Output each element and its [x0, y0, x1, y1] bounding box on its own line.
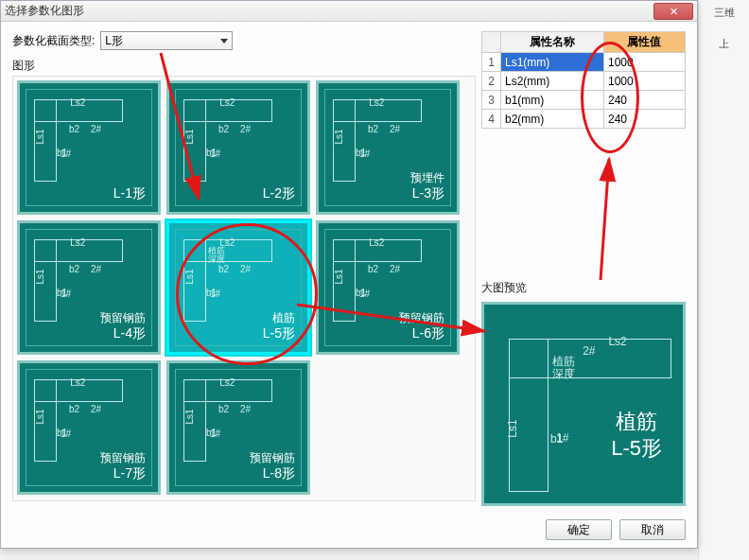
- tile-caption: 预留钢筋L-6形: [399, 311, 444, 342]
- close-button[interactable]: ✕: [653, 3, 693, 20]
- dim-label: Ls1: [334, 130, 344, 145]
- shape-tile[interactable]: Ls1Ls2b1b21#2#预留钢筋L-4形: [17, 220, 161, 355]
- background-ribbon: 三维 上: [698, 0, 749, 560]
- prop-name: Ls2(mm): [501, 72, 604, 91]
- dim-label: 1#: [61, 149, 71, 159]
- dim-label: 植筋 深度: [208, 247, 225, 264]
- dim-n1: 1#: [556, 431, 568, 445]
- dim-label: 2#: [91, 264, 101, 274]
- dim-label: Ls1: [35, 410, 45, 425]
- tile-caption: L-2形: [263, 185, 295, 202]
- dim-label: Ls2: [70, 237, 85, 248]
- dim-label: 1#: [210, 429, 220, 439]
- preview-panel: Ls1 Ls2 b1 2# 1# 植筋 深度 植筋 L-5形: [481, 302, 686, 506]
- dim-label: b2: [69, 404, 79, 414]
- dim-label: Ls2: [219, 237, 235, 248]
- prop-name: b2(mm): [501, 110, 604, 129]
- shape-tile[interactable]: Ls1Ls2b1b21#2#植筋 深度植筋L-5形: [166, 220, 310, 355]
- dialog-title: 选择参数化图形: [5, 3, 84, 19]
- prop-value[interactable]: 1000: [603, 53, 685, 72]
- table-row[interactable]: 2Ls2(mm)1000: [482, 72, 686, 91]
- dim-label: Ls1: [334, 270, 344, 285]
- dim-label: 1#: [210, 149, 220, 159]
- dim-label: b2: [218, 404, 229, 414]
- ok-button[interactable]: 确定: [546, 519, 612, 540]
- dim-label: Ls2: [70, 97, 85, 108]
- prop-value[interactable]: 1000: [603, 72, 685, 91]
- chevron-down-icon: [220, 39, 228, 44]
- dim-label: b2: [218, 264, 229, 274]
- tile-caption: 预留钢筋L-4形: [100, 311, 146, 342]
- dialog-window: 选择参数化图形 ✕ 参数化截面类型: L形 图形 Ls1Ls2b1b21#2#L…: [0, 0, 698, 549]
- tile-caption: L-1形: [113, 185, 146, 202]
- combo-value: L形: [105, 33, 123, 49]
- tile-caption: 预埋件L-3形: [410, 171, 444, 202]
- table-header-idx: [482, 32, 501, 53]
- dim-label: 1#: [359, 149, 370, 159]
- property-table: 属性名称 属性值 1Ls1(mm)10002Ls2(mm)10003b1(mm)…: [481, 31, 686, 129]
- dim-label: 2#: [240, 124, 251, 134]
- row-index: 3: [482, 91, 501, 110]
- prop-value[interactable]: 240: [603, 110, 685, 129]
- dim-label: 2#: [390, 124, 400, 134]
- dim-label: b2: [368, 264, 378, 274]
- dim-label: Ls1: [184, 130, 195, 145]
- dim-label: 1#: [61, 289, 71, 299]
- shape-tile[interactable]: Ls1Ls2b1b21#2#L-1形: [17, 80, 161, 215]
- dim-b2: 2#: [583, 344, 595, 358]
- dim-label: 2#: [390, 264, 400, 274]
- dim-label: Ls2: [219, 377, 235, 388]
- dim-ls2: Ls2: [608, 335, 626, 348]
- preview-section-label: 大图预览: [481, 280, 686, 296]
- row-index: 2: [482, 72, 501, 91]
- shape-tile[interactable]: Ls1Ls2b1b21#2#预留钢筋L-8形: [166, 360, 310, 495]
- dim-ls1: Ls1: [506, 419, 519, 437]
- dim-label: Ls1: [35, 130, 45, 145]
- dim-label: Ls2: [369, 237, 384, 248]
- row-index: 1: [482, 53, 501, 72]
- section-type-combo[interactable]: L形: [100, 31, 233, 50]
- tile-caption: 预留钢筋L-8形: [250, 451, 295, 482]
- cancel-button[interactable]: 取消: [619, 519, 686, 540]
- dim-label: b2: [218, 124, 229, 134]
- shape-tile[interactable]: Ls1Ls2b1b21#2#预埋件L-3形: [316, 80, 460, 215]
- tile-caption: 植筋L-5形: [263, 311, 295, 342]
- table-row[interactable]: 3b1(mm)240: [482, 91, 686, 110]
- dim-label: Ls2: [219, 97, 235, 108]
- table-row[interactable]: 4b2(mm)240: [482, 110, 686, 129]
- grid-section-label: 图形: [12, 58, 476, 74]
- shape-tile[interactable]: Ls1Ls2b1b21#2#L-2形: [166, 80, 310, 215]
- shape-tile[interactable]: Ls1Ls2b1b21#2#预留钢筋L-6形: [316, 220, 460, 355]
- table-header-name: 属性名称: [501, 32, 604, 53]
- dim-label: Ls1: [35, 270, 45, 285]
- shape-tile[interactable]: Ls1Ls2b1b21#2#预留钢筋L-7形: [17, 360, 161, 495]
- prop-value[interactable]: 240: [603, 91, 685, 110]
- table-header-value: 属性值: [603, 32, 685, 53]
- dim-label: 2#: [91, 404, 101, 414]
- dim-label: 2#: [91, 124, 101, 134]
- preview-caption: 植筋 L-5形: [611, 409, 662, 463]
- dim-label: Ls1: [184, 410, 195, 425]
- dim-label: Ls1: [184, 270, 195, 285]
- dim-label: 2#: [240, 264, 251, 274]
- table-row[interactable]: 1Ls1(mm)1000: [482, 53, 686, 72]
- dim-label: 1#: [210, 289, 220, 299]
- dim-label: 2#: [240, 404, 251, 414]
- dim-label: b2: [69, 124, 79, 134]
- type-label: 参数化截面类型:: [12, 33, 95, 49]
- prop-name: b1(mm): [501, 91, 604, 110]
- dim-label: 1#: [359, 289, 370, 299]
- dim-label: b2: [69, 264, 79, 274]
- dim-label: b2: [368, 124, 378, 134]
- dim-label: 1#: [61, 429, 71, 439]
- bg-item[interactable]: 上: [699, 37, 749, 51]
- bg-item[interactable]: 三维: [699, 6, 749, 20]
- dim-depth: 植筋 深度: [552, 356, 575, 380]
- dim-label: Ls2: [70, 377, 85, 388]
- tile-caption: 预留钢筋L-7形: [100, 451, 146, 482]
- shape-grid: Ls1Ls2b1b21#2#L-1形Ls1Ls2b1b21#2#L-2形Ls1L…: [12, 76, 476, 501]
- row-index: 4: [482, 110, 501, 129]
- titlebar: 选择参数化图形 ✕: [1, 1, 697, 22]
- dim-label: Ls2: [369, 97, 384, 108]
- prop-name: Ls1(mm): [501, 53, 604, 72]
